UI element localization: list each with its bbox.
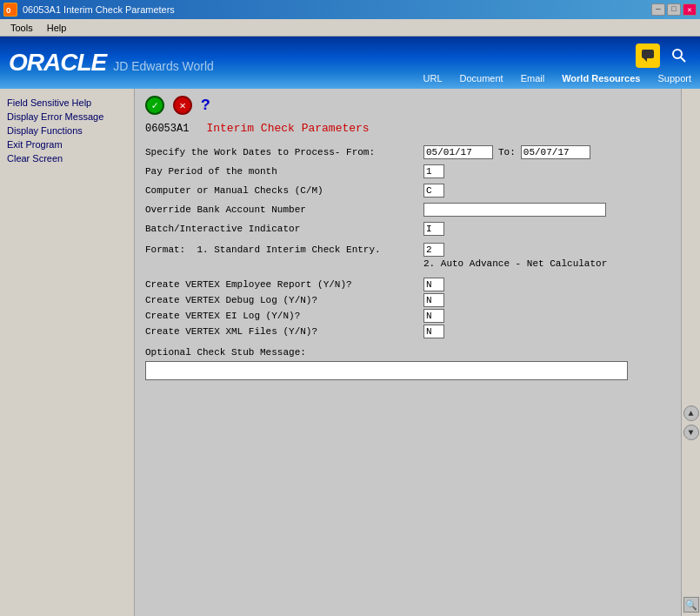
vertex-employee-row: Create VERTEX Employee Report (Y/N)? (145, 278, 670, 291)
vertex-xml-input[interactable] (423, 325, 444, 338)
content-area: ✓ ✕ ? 06053A1 Interim Check Parameters S… (135, 89, 681, 616)
email-nav[interactable]: Email (521, 73, 545, 84)
oracle-header: ORACLE JD Edwards World URL Document Ema… (0, 37, 700, 89)
form-area: 06053A1 Interim Check Parameters Specify… (145, 122, 670, 609)
zoom-button[interactable]: 🔍 (683, 597, 699, 613)
sidebar-item-display-error-message[interactable]: Display Error Message (3, 110, 130, 124)
svg-marker-3 (643, 58, 647, 62)
svg-point-4 (673, 50, 682, 58)
work-dates-label: Specify the Work Dates to Process- From: (145, 147, 423, 157)
override-bank-label: Override Bank Account Number (145, 204, 423, 215)
batch-indicator-label: Batch/Interactive Indicator (145, 224, 423, 234)
pay-period-input[interactable] (423, 164, 444, 178)
sidebar-item-clear-screen[interactable]: Clear Screen (3, 151, 130, 165)
app-icon: O (3, 3, 17, 17)
override-bank-input[interactable] (423, 203, 606, 217)
scroll-up-button[interactable]: ▲ (683, 405, 699, 421)
world-resources-nav[interactable]: World Resources (562, 73, 640, 84)
toolbar: ✓ ✕ ? (145, 96, 670, 115)
form-title: Interim Check Parameters (206, 122, 369, 135)
format-input[interactable] (423, 243, 444, 257)
vertex-xml-row: Create VERTEX XML Files (Y/N)? (145, 325, 670, 338)
date-group: To: (423, 145, 590, 159)
oracle-logo: ORACLE JD Edwards World (9, 49, 214, 77)
support-nav[interactable]: Support (657, 73, 691, 84)
vertex-employee-label: Create VERTEX Employee Report (Y/N)? (145, 279, 423, 290)
minimize-button[interactable]: ─ (651, 3, 665, 16)
override-bank-row: Override Bank Account Number (145, 203, 670, 217)
vertex-employee-input[interactable] (423, 278, 444, 291)
help-button[interactable]: ? (201, 97, 210, 114)
url-nav[interactable]: URL (423, 73, 443, 84)
sidebar-item-exit-program[interactable]: Exit Program (3, 137, 130, 151)
computer-manual-label: Computer or Manual Checks (C/M) (145, 185, 423, 196)
right-panel: ▲ ▼ 🔍 (681, 89, 700, 616)
vertex-ei-label: Create VERTEX EI Log (Y/N)? (145, 311, 423, 321)
vertex-section: Create VERTEX Employee Report (Y/N)? Cre… (145, 278, 670, 338)
batch-indicator-input[interactable] (423, 222, 444, 236)
help-menu[interactable]: Help (40, 21, 74, 35)
pay-period-label: Pay Period of the month (145, 166, 423, 177)
work-dates-row: Specify the Work Dates to Process- From:… (145, 145, 670, 159)
main-container: Field Sensitive Help Display Error Messa… (0, 89, 700, 616)
menu-bar: Tools Help (0, 19, 700, 37)
optional-stub-input[interactable] (145, 361, 628, 380)
sidebar-item-field-sensitive-help[interactable]: Field Sensitive Help (3, 96, 130, 110)
svg-rect-2 (642, 50, 654, 58)
document-nav[interactable]: Document (460, 73, 503, 84)
pay-period-row: Pay Period of the month (145, 164, 670, 178)
maximize-button[interactable]: □ (667, 3, 681, 16)
work-dates-to-input[interactable] (521, 145, 590, 159)
chat-icon[interactable] (636, 44, 660, 68)
svg-text:O: O (6, 7, 11, 16)
scroll-down-button[interactable]: ▼ (683, 425, 699, 440)
computer-manual-input[interactable] (423, 184, 444, 198)
format-section: Format: 1. Standard Interim Check Entry.… (145, 243, 670, 269)
close-button[interactable]: ✕ (683, 3, 697, 16)
format-label: Format: 1. Standard Interim Check Entry. (145, 244, 423, 255)
jde-text: JD Edwards World (113, 59, 214, 73)
vertex-debug-row: Create VERTEX Debug Log (Y/N)? (145, 293, 670, 307)
vertex-xml-label: Create VERTEX XML Files (Y/N)? (145, 326, 423, 337)
title-bar: O 06053A1 Interim Check Parameters ─ □ ✕ (0, 0, 700, 19)
ok-button[interactable]: ✓ (145, 96, 164, 115)
form-header: 06053A1 Interim Check Parameters (145, 122, 670, 135)
optional-section: Optional Check Stub Message: (145, 347, 670, 380)
vertex-debug-input[interactable] (423, 293, 444, 307)
sidebar: Field Sensitive Help Display Error Messa… (0, 89, 135, 616)
vertex-ei-input[interactable] (423, 309, 444, 323)
work-dates-from-input[interactable] (423, 145, 493, 159)
svg-line-5 (681, 57, 685, 62)
title-controls: ─ □ ✕ (651, 3, 697, 16)
oracle-text: ORACLE (9, 49, 106, 77)
batch-indicator-row: Batch/Interactive Indicator (145, 222, 670, 236)
window-title: 06053A1 Interim Check Parameters (23, 4, 175, 15)
format-row2: 2. Auto Advance - Net Calculator (423, 258, 670, 269)
vertex-ei-row: Create VERTEX EI Log (Y/N)? (145, 309, 670, 323)
tools-menu[interactable]: Tools (3, 21, 40, 35)
search-icon[interactable] (667, 44, 691, 68)
form-id: 06053A1 (145, 123, 189, 135)
optional-stub-label: Optional Check Stub Message: (145, 347, 670, 358)
sidebar-item-display-functions[interactable]: Display Functions (3, 124, 130, 137)
computer-manual-row: Computer or Manual Checks (C/M) (145, 184, 670, 198)
vertex-debug-label: Create VERTEX Debug Log (Y/N)? (145, 295, 423, 305)
cancel-button[interactable]: ✕ (173, 96, 192, 115)
format-row1: Format: 1. Standard Interim Check Entry. (145, 243, 670, 257)
nav-links: URL Document Email World Resources Suppo… (423, 73, 691, 84)
date-separator: To: (498, 147, 516, 157)
